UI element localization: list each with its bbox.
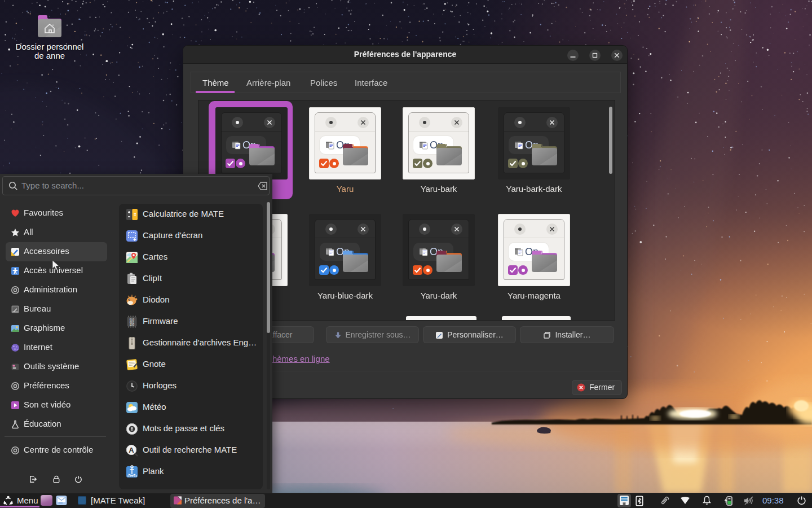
svg-text:A: A <box>129 446 134 454</box>
svg-text:100: 100 <box>130 323 135 326</box>
